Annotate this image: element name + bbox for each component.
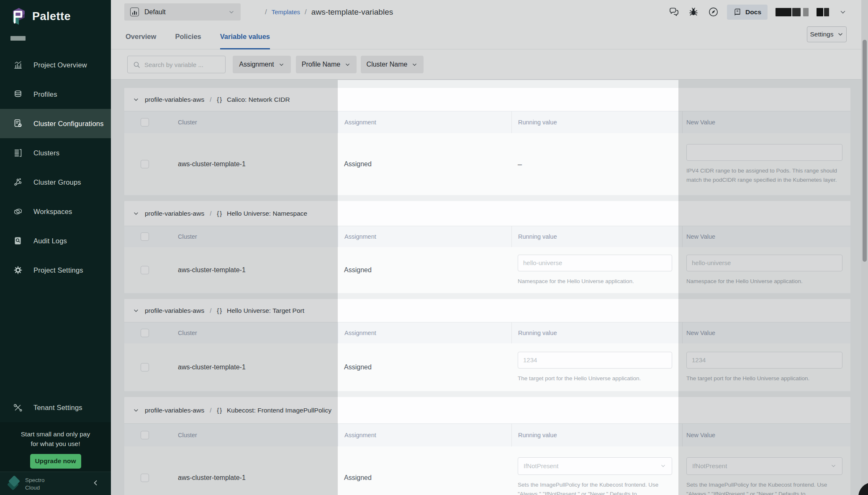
tab-variable-values[interactable]: Variable values (220, 24, 270, 49)
collapse-sidebar-button[interactable] (92, 479, 100, 487)
tab-overview[interactable]: Overview (126, 24, 156, 49)
select-value: IfNotPresent (692, 462, 727, 469)
row-checkbox[interactable] (141, 474, 149, 482)
section-hello-universe-target-port: profile-variables-aws / { } Hello Univer… (124, 299, 850, 391)
sidebar-item-tenant-settings[interactable]: Tenant Settings (0, 393, 111, 422)
project-selector-value: Default (144, 8, 223, 16)
new-value-input[interactable] (686, 255, 842, 271)
variable-description: Namespace for the Hello Universe applica… (518, 277, 673, 286)
row-checkbox[interactable] (141, 160, 149, 168)
new-value-select[interactable]: IfNotPresent (686, 457, 842, 475)
top-bar: Default / Templates / aws-template-varia… (111, 0, 868, 24)
sidebar-item-label: Clusters (33, 149, 59, 157)
scrollbar-track (861, 0, 868, 495)
section-header[interactable]: profile-variables-aws / { } Calico: Netw… (124, 88, 850, 111)
feedback-chat-icon[interactable] (668, 6, 680, 18)
filter-assignment[interactable]: Assignment (233, 56, 291, 73)
sidebar-item-profiles[interactable]: Profiles (0, 80, 111, 109)
variable-description: The target port for the Hello Universe a… (686, 374, 844, 383)
column-cluster: Cluster (178, 432, 197, 438)
variable-name: Hello Universe: Target Port (227, 307, 304, 315)
sidebar-item-cluster-groups[interactable]: Cluster Groups (0, 168, 111, 197)
search-input[interactable] (144, 61, 220, 68)
chevron-down-icon (837, 31, 844, 38)
braces-icon: { } (217, 210, 221, 217)
user-menu-chevron-icon[interactable] (837, 6, 849, 18)
new-value-input[interactable] (686, 352, 842, 369)
variable-description: Sets the ImagePullPolicy for the Kubecos… (686, 480, 844, 495)
table-header: Cluster Assignment Running value New Val… (124, 322, 850, 343)
column-running-value: Running value (518, 432, 557, 438)
select-all-checkbox[interactable] (141, 431, 149, 439)
sidebar-item-workspaces[interactable]: Workspaces (0, 197, 111, 226)
sidebar-item-audit-logs[interactable]: Audit Logs (0, 226, 111, 255)
row-checkbox[interactable] (141, 363, 149, 371)
explore-compass-icon[interactable] (707, 6, 719, 18)
section-kubecost-imagepullpolicy: profile-variables-aws / { } Kubecost: Fr… (124, 397, 850, 495)
column-assignment: Assignment (344, 330, 376, 336)
column-assignment: Assignment (344, 119, 376, 126)
table-header: Cluster Assignment Running value New Val… (124, 226, 850, 247)
chevron-down-icon (344, 62, 351, 68)
assignment-status: Assigned (344, 364, 372, 371)
select-all-checkbox[interactable] (141, 232, 149, 241)
sidebar-item-cluster-configurations[interactable]: Cluster Configurations (0, 109, 111, 138)
column-assignment: Assignment (344, 233, 376, 240)
select-all-checkbox[interactable] (141, 329, 149, 337)
sidebar-nav: Project Overview Profiles (0, 50, 111, 285)
assignment-status: Assigned (344, 474, 372, 482)
tab-policies[interactable]: Policies (175, 24, 201, 49)
variable-description: The target port for the Hello Universe a… (518, 374, 673, 383)
filter-cluster-name[interactable]: Cluster Name (361, 56, 424, 73)
table-row: aws-cluster-template-1 Assigned IfNotPre… (124, 446, 850, 495)
filter-profile-name-label: Profile Name (302, 61, 340, 68)
profile-name: profile-variables-aws (145, 96, 204, 103)
chevron-down-icon (133, 96, 139, 103)
page-title: aws-template-variables (311, 8, 393, 17)
chevron-down-icon (133, 307, 139, 314)
running-value-select[interactable]: IfNotPresent (518, 457, 672, 475)
settings-button[interactable]: Settings (807, 26, 847, 42)
bug-report-icon[interactable] (688, 6, 699, 18)
network-icon (13, 177, 23, 188)
upgrade-now-button[interactable]: Upgrade now (30, 454, 81, 469)
sidebar-item-clusters[interactable]: Clusters (0, 138, 111, 168)
scrollbar-thumb[interactable] (863, 40, 867, 262)
docs-button[interactable]: Docs (727, 5, 768, 20)
running-value-input[interactable] (518, 352, 672, 369)
select-all-checkbox[interactable] (141, 118, 149, 126)
profile-name: profile-variables-aws (145, 407, 204, 414)
chevron-down-icon (133, 407, 139, 414)
section-header[interactable]: profile-variables-aws / { } Hello Univer… (124, 299, 850, 322)
section-header[interactable]: profile-variables-aws / { } Kubecost: Fr… (124, 397, 850, 424)
layers-icon (13, 89, 23, 100)
variable-name: Kubecost: Frontend ImagePullPolicy (227, 407, 331, 414)
running-value-input[interactable] (518, 255, 672, 271)
column-cluster: Cluster (178, 233, 197, 240)
sidebar-footer: Spectro Cloud (0, 472, 111, 495)
sidebar-item-project-overview[interactable]: Project Overview (0, 50, 111, 80)
brand-name: Palette (32, 10, 71, 23)
table-header: Cluster Assignment Running value New Val… (124, 424, 850, 446)
new-value-input[interactable] (686, 144, 842, 161)
top-actions: Docs (668, 0, 849, 24)
sidebar-item-label: Cluster Configurations (33, 120, 104, 128)
project-selector[interactable]: Default (124, 3, 241, 21)
variable-sections: profile-variables-aws / { } Calico: Netw… (124, 88, 850, 495)
column-new-value: New Value (686, 330, 715, 336)
sidebar-item-label: Project Settings (33, 266, 83, 274)
table-row: aws-cluster-template-1 Assigned – IPV4 C… (124, 133, 850, 195)
sidebar-item-label: Project Overview (33, 61, 87, 69)
tenant-settings-section: Tenant Settings (0, 393, 111, 422)
sidebar: Palette Project Overview (0, 0, 111, 495)
section-header[interactable]: profile-variables-aws / { } Hello Univer… (124, 201, 850, 226)
column-new-value: New Value (686, 432, 715, 438)
filter-profile-name[interactable]: Profile Name (296, 56, 357, 73)
row-checkbox[interactable] (141, 266, 149, 274)
palette-logo[interactable]: Palette (10, 8, 71, 25)
breadcrumb-link-templates[interactable]: Templates (272, 8, 300, 15)
profile-name: profile-variables-aws (145, 307, 204, 315)
settings-button-label: Settings (810, 31, 833, 38)
sidebar-item-project-settings[interactable]: Project Settings (0, 255, 111, 285)
filter-bar: Assignment Profile Name Cluster Name (111, 49, 868, 80)
